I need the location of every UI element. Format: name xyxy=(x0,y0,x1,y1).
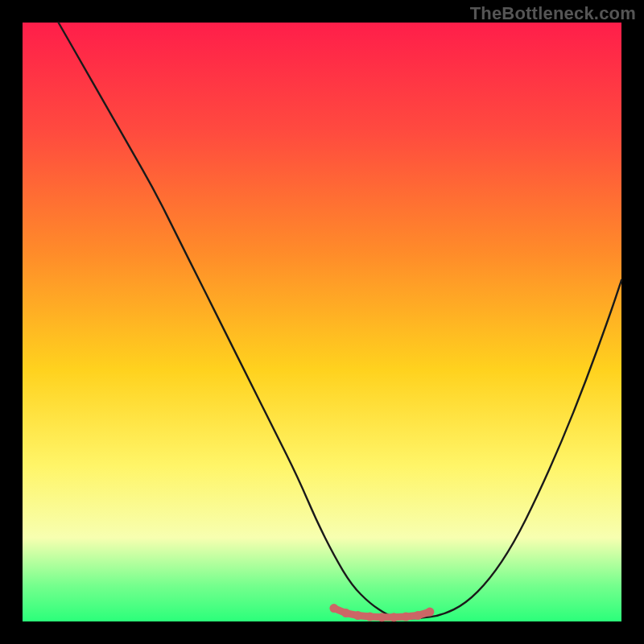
trough-markers xyxy=(329,604,434,621)
trough-dot xyxy=(402,613,411,621)
plot-area xyxy=(23,23,621,621)
trough-dot xyxy=(425,608,434,617)
curve-path xyxy=(59,23,621,618)
trough-dot xyxy=(365,613,374,621)
trough-dot xyxy=(341,609,350,617)
trough-dot xyxy=(414,611,423,620)
watermark-text: TheBottleneck.com xyxy=(470,3,636,24)
trough-dot xyxy=(353,611,362,620)
trough-dot xyxy=(390,613,398,621)
chart-stage: TheBottleneck.com xyxy=(0,0,644,644)
trough-dot xyxy=(329,604,338,613)
trough-dot xyxy=(378,613,386,621)
chart-svg xyxy=(23,23,621,621)
